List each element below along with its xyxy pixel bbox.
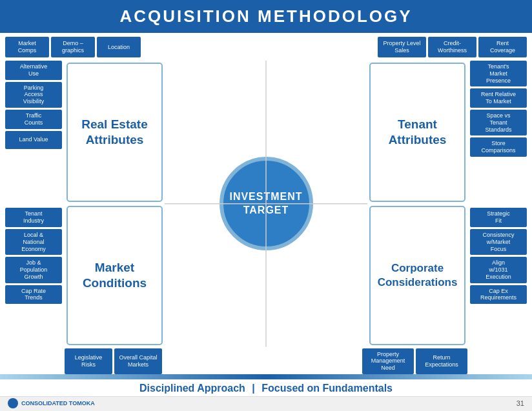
footer-text-area: Disciplined Approach | Focused on Fundam… (0, 379, 532, 396)
logo-icon (8, 398, 18, 408)
real-estate-attributes-box: Real EstateAttributes (66, 63, 163, 202)
top-left-box-0: MarketComps (5, 37, 49, 57)
center-area: INVESTMENT TARGET (165, 61, 367, 347)
top-right-box-0: Property LevelSales (378, 37, 426, 57)
footer-focused: Focused on Fundamentals (261, 383, 393, 394)
bottom-left-boxes: LegislativeRisks Overall CapitalMarkets (65, 348, 162, 374)
main-content: MarketComps Demo –graphics Location Prop… (0, 33, 532, 374)
left-top-1: ParkingAccessVisibility (5, 82, 62, 108)
bottom-right-boxes: PropertyManagementNeed ReturnExpectation… (362, 348, 467, 374)
left-bot-3: Cap RateTrends (5, 285, 62, 305)
bottom-left-0: LegislativeRisks (65, 348, 112, 374)
top-right-box-2: RentCoverage (478, 37, 527, 57)
footer-disciplined: Disciplined Approach (139, 383, 245, 394)
footer-gradient (0, 374, 532, 379)
top-right-boxes: Property LevelSales Credit-Worthiness Re… (378, 37, 527, 57)
left-top-3: Land Value (5, 131, 62, 149)
left-top-2: TrafficCounts (5, 110, 62, 129)
right-bot-3: Cap ExRequirements (470, 285, 527, 305)
right-quadrants: TenantAttributes CorporateConsiderations (367, 61, 467, 347)
left-column: AlternativeUse ParkingAccessVisibility T… (5, 61, 62, 347)
circle-text: INVESTMENT TARGET (229, 190, 302, 217)
right-top-2: Space vsTenantStandards (470, 110, 527, 135)
top-left-box-2: Location (97, 37, 141, 57)
top-left-boxes: MarketComps Demo –graphics Location (5, 37, 141, 57)
right-top-3: StoreComparisons (470, 137, 527, 157)
investment-target-circle: INVESTMENT TARGET (220, 157, 313, 250)
right-column: Tenant'sMarketPresence Rent RelativeTo M… (470, 61, 527, 347)
top-left-box-1: Demo –graphics (51, 37, 95, 57)
page-number: 31 (517, 399, 524, 407)
left-col-bottom: TenantIndustry Local &NationalEconomy Jo… (5, 205, 62, 346)
left-bot-2: Job &PopulationGrowth (5, 257, 62, 283)
right-top-1: Rent RelativeTo Market (470, 88, 527, 108)
right-bot-0: StrategicFit (470, 208, 527, 227)
logo-area: CONSOLIDATED TOMOKA (8, 398, 95, 408)
market-conditions-box: MarketConditions (66, 206, 163, 345)
corporate-considerations-box: CorporateConsiderations (369, 206, 466, 345)
bottom-right-0: PropertyManagementNeed (362, 348, 414, 374)
right-bot-1: Consistencyw/MarketFocus (470, 229, 527, 255)
bottom-boxes-row: LegislativeRisks Overall CapitalMarkets … (5, 348, 527, 374)
middle-section: AlternativeUse ParkingAccessVisibility T… (5, 61, 527, 347)
left-top-0: AlternativeUse (5, 61, 62, 80)
top-right-box-1: Credit-Worthiness (428, 37, 476, 57)
logo-name: CONSOLIDATED TOMOKA (21, 400, 95, 406)
page: ACQUISITION METHODOLOGY MarketComps Demo… (0, 0, 532, 411)
right-bot-2: Alignw/1031Execution (470, 257, 527, 283)
left-bot-0: TenantIndustry (5, 208, 62, 227)
tenant-attributes-box: TenantAttributes (369, 63, 466, 202)
top-boxes-row: MarketComps Demo –graphics Location Prop… (5, 37, 527, 59)
bottom-strip: CONSOLIDATED TOMOKA 31 (0, 396, 532, 411)
left-col-top: AlternativeUse ParkingAccessVisibility T… (5, 61, 62, 203)
left-quadrants: Real EstateAttributes MarketConditions (65, 61, 165, 347)
right-top-0: Tenant'sMarketPresence (470, 61, 527, 86)
bottom-left-1: Overall CapitalMarkets (114, 348, 162, 374)
header-title: ACQUISITION METHODOLOGY (119, 6, 412, 26)
page-header: ACQUISITION METHODOLOGY (0, 0, 532, 33)
left-bot-1: Local &NationalEconomy (5, 229, 62, 255)
right-col-bottom: StrategicFit Consistencyw/MarketFocus Al… (470, 205, 527, 346)
footer-separator: | (252, 383, 254, 394)
right-col-top: Tenant'sMarketPresence Rent RelativeTo M… (470, 61, 527, 203)
bottom-right-1: ReturnExpectations (416, 348, 467, 374)
